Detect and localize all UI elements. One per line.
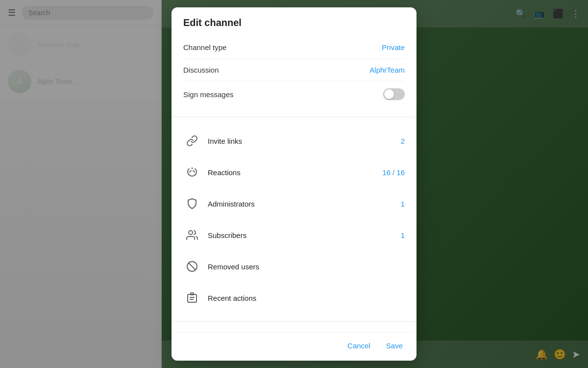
modal-footer: Cancel Save <box>172 332 416 361</box>
section-divider-1 <box>172 117 416 117</box>
discussion-value[interactable]: AlphrTeam <box>369 66 405 74</box>
svg-line-2 <box>189 263 196 270</box>
sign-messages-label: Sign messages <box>183 90 234 99</box>
menu-item-invite-links[interactable]: Invite links 2 <box>172 125 416 157</box>
discussion-label: Discussion <box>183 66 219 74</box>
modal-header: Edit channel <box>172 7 416 32</box>
sign-messages-toggle[interactable] <box>383 88 405 100</box>
menu-item-reactions[interactable]: Reactions 16 / 16 <box>172 157 416 188</box>
subscribers-value: 1 <box>401 231 405 239</box>
removed-users-label: Removed users <box>208 263 405 271</box>
modal-body[interactable]: Channel type Private Discussion AlphrTea… <box>172 32 416 332</box>
menu-section: Invite links 2 Reactions 16 / 16 <box>172 121 416 317</box>
reactions-label: Reactions <box>208 168 382 177</box>
administrators-icon <box>183 195 201 212</box>
edit-channel-modal: Edit channel Channel type Private Discus… <box>172 7 416 361</box>
reactions-value: 16 / 16 <box>382 168 405 177</box>
menu-item-recent-actions[interactable]: Recent actions <box>172 282 416 314</box>
spacer2 <box>172 317 416 319</box>
menu-item-administrators[interactable]: Administrators 1 <box>172 188 416 219</box>
section-divider-2 <box>172 321 416 322</box>
recent-actions-icon <box>183 289 201 307</box>
svg-rect-4 <box>188 294 196 302</box>
channel-type-label: Channel type <box>183 43 226 52</box>
subscribers-label: Subscribers <box>208 231 401 239</box>
svg-point-0 <box>189 231 193 235</box>
administrators-label: Administrators <box>208 200 401 208</box>
modal-title: Edit channel <box>183 17 405 28</box>
channel-type-row: Channel type Private <box>183 36 405 59</box>
link-icon <box>183 132 201 150</box>
delete-section: Delete channel <box>172 326 416 332</box>
menu-item-removed-users[interactable]: Removed users <box>172 251 416 282</box>
invite-links-value: 2 <box>401 137 405 145</box>
cancel-button[interactable]: Cancel <box>345 339 372 353</box>
save-button[interactable]: Save <box>384 339 405 353</box>
subscribers-icon <box>183 226 201 244</box>
removed-users-icon <box>183 258 201 275</box>
sign-messages-row: Sign messages <box>183 81 405 107</box>
channel-type-value[interactable]: Private <box>382 43 405 52</box>
recent-actions-label: Recent actions <box>208 294 405 302</box>
form-section: Channel type Private Discussion AlphrTea… <box>172 32 416 115</box>
invite-links-label: Invite links <box>208 137 401 145</box>
modal-overlay: Edit channel Channel type Private Discus… <box>0 0 588 368</box>
menu-item-subscribers[interactable]: Subscribers 1 <box>172 219 416 251</box>
discussion-row: Discussion AlphrTeam <box>183 59 405 81</box>
administrators-value: 1 <box>401 200 405 208</box>
toggle-knob <box>384 89 394 99</box>
reactions-icon <box>183 163 201 181</box>
